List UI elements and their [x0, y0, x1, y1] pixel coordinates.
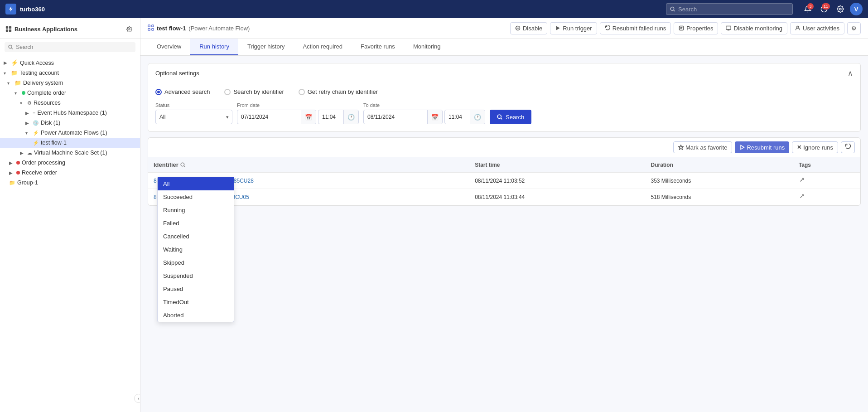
svg-rect-15: [152, 24, 154, 26]
alerts-button[interactable]: 11: [817, 2, 831, 16]
radio-search-by-identifier[interactable]: Search by identifier: [224, 88, 284, 95]
run-trigger-button[interactable]: Run trigger: [550, 22, 597, 34]
sidebar-item-test-flow-1[interactable]: ⚡ test flow-1: [0, 138, 140, 148]
dropdown-option-paused[interactable]: Paused: [158, 282, 234, 296]
to-date-calendar-icon[interactable]: 📅: [427, 110, 442, 124]
svg-rect-10: [9, 29, 11, 32]
sidebar-item-quick-access[interactable]: ▶ ⚡ Quick Access: [0, 58, 140, 68]
to-date-input-wrapper: 📅: [363, 110, 443, 124]
row-duration: 353 Milliseconds: [646, 173, 793, 189]
sidebar-search-box[interactable]: [5, 42, 135, 52]
svg-point-32: [181, 163, 184, 166]
sidebar-item-order-processing[interactable]: ▶ Order processing: [0, 158, 140, 168]
tab-run-history[interactable]: Run history: [190, 39, 238, 55]
app-logo[interactable]: turbo360: [5, 4, 45, 15]
mark-favorite-button[interactable]: Mark as favorite: [673, 141, 732, 153]
global-search-input[interactable]: [678, 6, 789, 13]
status-dropdown-menu: All Succeeded Running Failed Cancelled W…: [157, 177, 234, 322]
from-date-group: From date 📅 🕐: [237, 102, 359, 124]
sidebar-item-vmss[interactable]: ▶ ☁ Virtual Machine Scale Set (1): [0, 148, 140, 158]
ignore-runs-label: Ignore runs: [803, 144, 833, 151]
dropdown-option-cancelled[interactable]: Cancelled: [158, 230, 234, 243]
resubmit-runs-button[interactable]: Resubmit runs: [735, 141, 789, 153]
more-actions-button[interactable]: ⚙: [847, 22, 861, 34]
dropdown-option-skipped[interactable]: Skipped: [158, 256, 234, 269]
resources-icon: ⚙: [27, 100, 32, 106]
to-date-input[interactable]: [364, 111, 427, 122]
sidebar-item-complete-order[interactable]: ▾ Complete order: [0, 88, 140, 98]
resubmit-runs-label: Resubmit runs: [747, 144, 785, 151]
radio-retry-chain[interactable]: Get retry chain by identifier: [299, 88, 378, 95]
dropdown-option-waiting[interactable]: Waiting: [158, 243, 234, 256]
table-row: 858470562860953512137604283CU05 08/11/20…: [148, 189, 860, 205]
sidebar-grid-icon: [5, 26, 12, 32]
user-activities-icon: [795, 25, 800, 31]
to-time-input[interactable]: [445, 111, 470, 122]
refresh-button[interactable]: [841, 141, 855, 153]
link-icon[interactable]: [799, 193, 805, 199]
sidebar-item-label: Order processing: [22, 160, 65, 166]
ignore-runs-button[interactable]: ✕ Ignore runs: [792, 141, 838, 153]
tab-monitoring[interactable]: Monitoring: [404, 39, 450, 55]
sidebar-item-delivery-system[interactable]: ▾ 📁 Delivery system: [0, 78, 140, 88]
from-date-input[interactable]: [237, 111, 301, 122]
sidebar-item-event-hubs[interactable]: ▶ ≡ Event Hubs Namespace (1): [0, 108, 140, 118]
dropdown-option-running[interactable]: Running: [158, 204, 234, 217]
sidebar-item-resources[interactable]: ▾ ⚙ Resources: [0, 98, 140, 108]
event-hubs-icon: ≡: [33, 110, 35, 116]
dropdown-option-timedout[interactable]: TimedOut: [158, 296, 234, 309]
tab-action-required[interactable]: Action required: [294, 39, 352, 55]
sidebar-item-label: Testing account: [19, 70, 59, 76]
page-header: test flow-1 (Power Automate Flow) Disabl…: [140, 18, 868, 39]
disable-label: Disable: [523, 25, 542, 32]
disable-monitoring-button[interactable]: Disable monitoring: [721, 22, 787, 34]
settings-button[interactable]: [834, 2, 847, 16]
radio-advanced-search[interactable]: Advanced search: [155, 88, 210, 95]
resubmit-failed-button[interactable]: Resubmit failed runs: [600, 22, 671, 34]
sidebar-settings-icon[interactable]: [124, 24, 135, 34]
sidebar-item-group-1[interactable]: 📁 Group-1: [0, 178, 140, 188]
tab-favorite-runs[interactable]: Favorite runs: [352, 39, 404, 55]
sidebar-item-testing-account[interactable]: ▾ 📁 Testing account: [0, 68, 140, 78]
properties-button[interactable]: Properties: [674, 22, 718, 34]
dropdown-option-suspended[interactable]: Suspended: [158, 269, 234, 282]
table-actions-bar: Mark as favorite Resubmit runs ✕ Ignore …: [148, 138, 860, 157]
page-title-area: test flow-1 (Power Automate Flow): [148, 24, 250, 32]
run-trigger-icon: [555, 25, 560, 31]
row-start-time: 08/11/2024 11:03:52: [469, 173, 645, 189]
chevron-icon: ▶: [4, 60, 9, 65]
identifier-search-icon[interactable]: [180, 162, 186, 168]
link-icon[interactable]: [799, 177, 805, 183]
sidebar-collapse-button[interactable]: ‹: [134, 394, 140, 403]
status-select[interactable]: All Succeeded Running Failed Cancelled W…: [155, 110, 232, 124]
tab-overview[interactable]: Overview: [148, 39, 190, 55]
sidebar-item-receive-order[interactable]: ▶ Receive order: [0, 168, 140, 178]
global-search[interactable]: [666, 3, 793, 15]
from-time-clock-icon[interactable]: 🕐: [343, 110, 358, 124]
tab-trigger-history[interactable]: Trigger history: [238, 39, 294, 55]
notifications-button[interactable]: 3: [801, 2, 815, 16]
to-time-clock-icon[interactable]: 🕐: [470, 110, 485, 124]
sidebar-search-input[interactable]: [16, 44, 132, 50]
dropdown-option-failed[interactable]: Failed: [158, 217, 234, 230]
search-btn-icon: [497, 114, 503, 120]
svg-line-13: [11, 48, 12, 49]
chevron-icon: ▶: [25, 121, 31, 126]
star-icon: [678, 145, 684, 150]
tabs-bar: Overview Run history Trigger history Act…: [140, 39, 868, 56]
chevron-icon: ▾: [20, 101, 25, 106]
settings-panel-header[interactable]: Optional settings ∧: [148, 63, 860, 83]
from-date-calendar-icon[interactable]: 📅: [301, 110, 316, 124]
from-time-input[interactable]: [318, 111, 343, 122]
dropdown-option-aborted[interactable]: Aborted: [158, 309, 234, 322]
dropdown-option-all[interactable]: All: [158, 177, 234, 190]
search-button[interactable]: Search: [490, 110, 531, 124]
user-activities-button[interactable]: User activities: [790, 22, 844, 34]
status-dot-green: [22, 91, 25, 95]
user-avatar[interactable]: V: [850, 3, 863, 15]
sidebar-item-disk[interactable]: ▶ 💿 Disk (1): [0, 118, 140, 128]
svg-point-12: [9, 45, 12, 48]
dropdown-option-succeeded[interactable]: Succeeded: [158, 190, 234, 204]
sidebar-item-power-automate-flows[interactable]: ▾ ⚡ Power Automate Flows (1): [0, 128, 140, 138]
disable-button[interactable]: Disable: [510, 22, 547, 34]
